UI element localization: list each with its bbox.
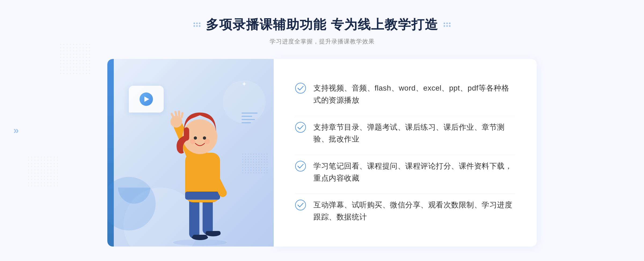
svg-line-21: [182, 113, 182, 117]
play-triangle: [144, 96, 149, 102]
feature-item-3: 学习笔记回看、课程提问、课程评论打分、课件资料下载，重点内容收藏: [295, 155, 515, 190]
feature-text-1: 支持视频、音频、flash、word、excel、ppt、pdf等各种格式的资源…: [313, 82, 515, 106]
dot-pattern-2: [27, 155, 59, 188]
person-svg: [153, 96, 247, 247]
feature-text-3: 学习笔记回看、课程提问、课程评论打分、课件资料下载，重点内容收藏: [313, 160, 515, 184]
svg-point-22: [295, 83, 306, 93]
svg-line-19: [175, 112, 177, 117]
svg-point-16: [190, 139, 195, 144]
left-chevrons-decoration: »: [13, 125, 19, 136]
svg-rect-8: [185, 192, 220, 200]
right-decorator-dots: [444, 23, 451, 27]
left-decorator-dots: [193, 23, 200, 27]
svg-point-15: [203, 136, 206, 140]
svg-point-0: [173, 239, 227, 246]
feature-item-1: 支持视频、音频、flash、word、excel、ppt、pdf等各种格式的资源…: [295, 77, 515, 112]
svg-point-24: [295, 161, 306, 171]
feature-item-4: 互动弹幕、试听购买、微信分享、观看次数限制、学习进度跟踪、数据统计: [295, 193, 515, 229]
sub-title: 学习进度全掌握，提升录播课教学效果: [193, 38, 450, 46]
feature-text-2: 支持章节目录、弹题考试、课后练习、课后作业、章节测验、批改作业: [313, 121, 515, 146]
header-section: 多项录播课辅助功能 专为线上教学打造 学习进度全掌握，提升录播课教学效果: [193, 16, 450, 46]
svg-point-17: [204, 139, 210, 144]
person-illustration: [153, 96, 247, 247]
svg-point-14: [194, 136, 197, 140]
check-circle-icon-4: [295, 200, 306, 210]
svg-rect-6: [206, 231, 221, 235]
svg-point-25: [295, 200, 306, 210]
dot-pattern-1: [59, 43, 91, 75]
header-decorators: 多项录播课辅助功能 专为线上教学打造: [193, 16, 450, 33]
main-title: 多项录播课辅助功能 专为线上教学打造: [206, 16, 438, 33]
page-wrapper: » 多项录播课辅助功能 专为线上教学打造 学习进度全掌握，提升录播课: [0, 0, 644, 261]
svg-line-20: [179, 111, 179, 116]
sparkle-decoration: ✦: [241, 80, 247, 88]
content-area: ✦: [107, 59, 537, 247]
illustration-container: ✦: [107, 59, 274, 247]
chevron-icon-1: »: [13, 125, 19, 136]
features-panel: 支持视频、音频、flash、word、excel、ppt、pdf等各种格式的资源…: [274, 59, 537, 247]
check-circle-icon-1: [295, 83, 306, 94]
check-circle-icon-2: [295, 122, 306, 133]
svg-point-23: [295, 122, 306, 132]
play-icon: [140, 92, 153, 106]
check-circle-icon-3: [295, 161, 306, 171]
feature-item-2: 支持章节目录、弹题考试、课后练习、课后作业、章节测验、批改作业: [295, 116, 515, 151]
feature-text-4: 互动弹幕、试听购买、微信分享、观看次数限制、学习进度跟踪、数据统计: [313, 199, 515, 223]
svg-rect-4: [193, 235, 207, 238]
